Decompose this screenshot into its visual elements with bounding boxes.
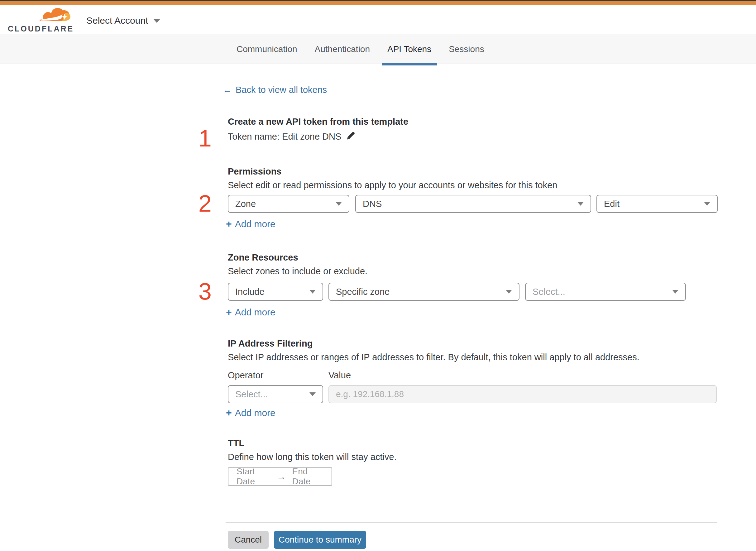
cloudflare-wordmark: CLOUDFLARE	[8, 24, 74, 33]
create-token-title: Create a new API token from this templat…	[228, 116, 408, 127]
zone-resources-description: Select zones to include or exclude.	[228, 265, 367, 277]
end-date-placeholder: End Date	[292, 467, 323, 487]
back-arrow-icon: ←	[223, 85, 232, 95]
ip-operator-dropdown[interactable]: Select...	[228, 385, 323, 403]
add-more-label: Add more	[235, 408, 275, 418]
tabs: Communication Authentication API Tokens …	[236, 34, 484, 64]
zone-resources-add-more-link[interactable]: + Add more	[226, 307, 275, 318]
back-link-label: Back to view all tokens	[235, 85, 327, 95]
add-more-label: Add more	[235, 219, 275, 229]
permission-resource-dropdown[interactable]: DNS	[355, 195, 591, 213]
step-marker-1: 1	[196, 125, 214, 151]
chevron-down-icon	[672, 290, 678, 294]
cloudflare-logo: CLOUDFLARE	[8, 6, 73, 34]
tab-label: Communication	[236, 44, 297, 54]
tab-sessions[interactable]: Sessions	[449, 34, 484, 64]
ip-filtering-add-more-link[interactable]: + Add more	[226, 407, 275, 419]
continue-to-summary-button[interactable]: Continue to summary	[274, 531, 366, 549]
tab-label: API Tokens	[388, 44, 431, 54]
footer-divider	[226, 522, 717, 523]
chevron-down-icon	[578, 202, 584, 206]
step-marker-3: 3	[196, 278, 214, 305]
plus-icon: +	[226, 407, 232, 419]
zone-select-placeholder: Select...	[533, 287, 565, 297]
ip-filtering-description: Select IP addresses or ranges of IP addr…	[228, 352, 640, 363]
tab-communication[interactable]: Communication	[236, 34, 297, 64]
page: CLOUDFLARE Select Account Communication …	[0, 0, 756, 551]
account-selector-label: Select Account	[86, 15, 148, 26]
chevron-down-icon	[309, 392, 316, 396]
permissions-add-more-link[interactable]: + Add more	[226, 218, 275, 230]
token-name-text: Token name: Edit zone DNS	[228, 131, 341, 141]
ttl-description: Define how long this token will stay act…	[228, 451, 397, 463]
tab-api-tokens[interactable]: API Tokens	[388, 34, 431, 64]
add-more-label: Add more	[235, 307, 275, 318]
permission-access-value: Edit	[604, 199, 620, 209]
operator-label: Operator	[228, 370, 263, 381]
zone-scope-dropdown[interactable]: Specific zone	[328, 283, 520, 301]
token-name-line: Token name: Edit zone DNS	[228, 131, 355, 142]
permissions-title: Permissions	[228, 166, 281, 177]
ttl-date-range-picker[interactable]: Start Date → End Date	[228, 468, 332, 486]
back-to-tokens-link[interactable]: ← Back to view all tokens	[223, 85, 327, 95]
step-marker-2: 2	[196, 190, 214, 216]
ip-filtering-title: IP Address Filtering	[228, 338, 312, 349]
plus-icon: +	[226, 307, 232, 318]
start-date-placeholder: Start Date	[236, 467, 270, 487]
zone-resources-title: Zone Resources	[228, 252, 298, 263]
brand-orange-bar	[0, 1, 756, 5]
chevron-down-icon	[704, 202, 710, 206]
right-arrow-icon: →	[277, 471, 286, 482]
zone-select-dropdown[interactable]: Select...	[525, 283, 686, 301]
tab-label: Authentication	[315, 44, 370, 54]
permissions-description: Select edit or read permissions to apply…	[228, 179, 557, 191]
value-label: Value	[328, 370, 351, 381]
chevron-down-icon	[153, 19, 160, 23]
permission-access-dropdown[interactable]: Edit	[597, 195, 718, 213]
tab-label: Sessions	[449, 44, 484, 54]
edit-pencil-icon[interactable]	[345, 131, 355, 141]
ip-value-input[interactable]	[328, 385, 717, 403]
tab-bar: Communication Authentication API Tokens …	[0, 34, 756, 64]
tab-authentication[interactable]: Authentication	[315, 34, 370, 64]
active-tab-underline	[382, 63, 437, 65]
permission-scope-value: Zone	[235, 199, 256, 209]
chevron-down-icon	[309, 290, 316, 294]
chevron-down-icon	[506, 290, 512, 294]
permission-scope-dropdown[interactable]: Zone	[228, 195, 349, 213]
cancel-button[interactable]: Cancel	[228, 531, 269, 549]
cloudflare-cloud-icon	[34, 7, 75, 24]
zone-include-value: Include	[235, 287, 264, 297]
zone-scope-value: Specific zone	[336, 287, 390, 297]
zone-include-dropdown[interactable]: Include	[228, 283, 323, 301]
account-selector[interactable]: Select Account	[86, 14, 160, 27]
plus-icon: +	[226, 218, 232, 230]
ip-operator-placeholder: Select...	[235, 389, 268, 400]
permission-resource-value: DNS	[363, 199, 382, 209]
chevron-down-icon	[335, 202, 342, 206]
header: CLOUDFLARE Select Account	[0, 5, 756, 34]
ttl-title: TTL	[228, 438, 244, 449]
